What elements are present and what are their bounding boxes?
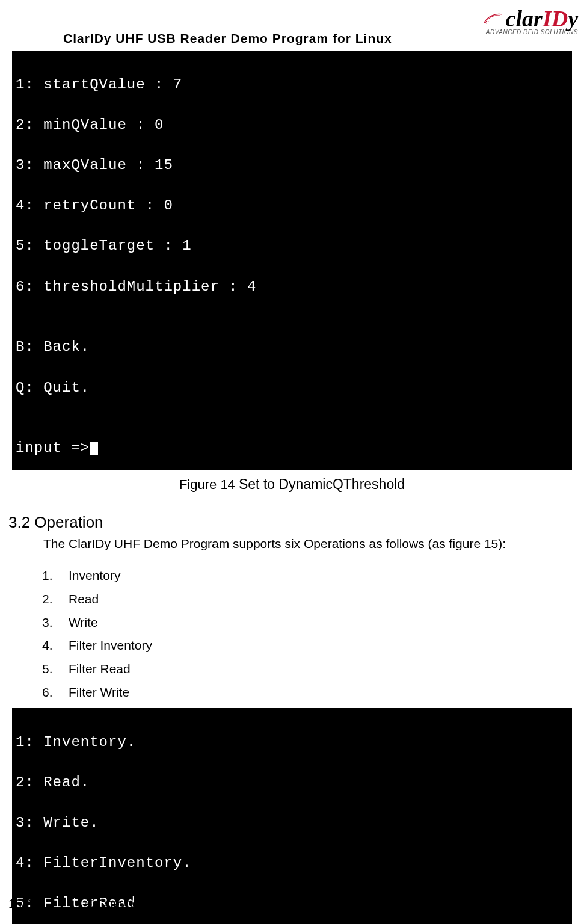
list-num: 4. <box>42 634 69 658</box>
svg-point-1 <box>485 21 487 22</box>
document-title: ClarIDy UHF USB Reader Demo Program for … <box>63 31 392 46</box>
list-num: 3. <box>42 611 69 635</box>
list-item: 3.Write <box>42 611 578 635</box>
rfid-arc-icon <box>483 12 503 24</box>
figure-caption-14: Figure 14 Set to DynamicQThreshold <box>6 476 578 493</box>
terminal-line: 4: retryCount : 0 <box>16 196 567 216</box>
list-item: 5.Filter Read <box>42 658 578 681</box>
list-item: 1.Inventory <box>42 564 578 588</box>
terminal-screenshot-1: 1: startQValue : 7 2: minQValue : 0 3: m… <box>12 51 572 470</box>
terminal-line: 3: Write. <box>16 813 567 833</box>
terminal-line: 3: maxQValue : 15 <box>16 155 567 176</box>
terminal-line: 4: FilterInventory. <box>16 853 567 873</box>
section-intro: The ClarIDy UHF Demo Program supports si… <box>43 537 578 551</box>
page-number: 16/28 <box>8 897 85 911</box>
list-num: 1. <box>42 564 69 588</box>
list-label: Inventory <box>69 564 120 588</box>
list-num: 6. <box>42 681 69 704</box>
logo-text: clarIDy <box>506 7 578 30</box>
logo-part-clar: clar <box>506 6 543 31</box>
list-label: Write <box>69 611 98 635</box>
terminal-line: 1: Inventory. <box>16 732 567 753</box>
page-header: ClarIDy UHF USB Reader Demo Program for … <box>6 6 578 51</box>
terminal-screenshot-2: 1: Inventory. 2: Read. 3: Write. 4: Filt… <box>12 708 572 924</box>
terminal-line: Q: Quit. <box>16 378 567 398</box>
logo-part-id: ID <box>543 6 568 31</box>
list-item: 2.Read <box>42 588 578 611</box>
list-label: Filter Inventory <box>69 634 152 658</box>
list-label: Filter Write <box>69 681 129 704</box>
cursor-icon <box>90 442 98 455</box>
list-item: 6.Filter Write <box>42 681 578 704</box>
terminal-line: 2: Read. <box>16 772 567 793</box>
brand-logo: clarIDy ADVANCED RFID SOLUTIONS <box>486 7 578 35</box>
list-item: 4.Filter Inventory <box>42 634 578 658</box>
figure-text: Set to DynamicQThreshold <box>239 476 405 492</box>
page-footer: 16/28 © Copyright 2008 ClarIDy Solutions… <box>0 897 584 911</box>
list-label: Read <box>69 588 99 611</box>
terminal-line: B: Back. <box>16 337 567 357</box>
operation-list: 1.Inventory 2.Read 3.Write 4.Filter Inve… <box>42 564 578 704</box>
list-label: Filter Read <box>69 658 131 681</box>
figure-prefix: Figure 14 <box>179 477 239 492</box>
section-heading: 3.2 Operation <box>8 513 578 532</box>
terminal-line: 5: toggleTarget : 1 <box>16 236 567 256</box>
copyright-text: © Copyright 2008 ClarIDy Solutions, Inc.… <box>85 897 404 911</box>
list-num: 5. <box>42 658 69 681</box>
list-num: 2. <box>42 588 69 611</box>
terminal-line: 6: thresholdMultiplier : 4 <box>16 277 567 297</box>
terminal-line: 2: minQValue : 0 <box>16 115 567 135</box>
logo-part-y: y <box>568 6 578 31</box>
terminal-prompt: input => <box>16 440 90 456</box>
terminal-line: 1: startQValue : 7 <box>16 75 567 95</box>
